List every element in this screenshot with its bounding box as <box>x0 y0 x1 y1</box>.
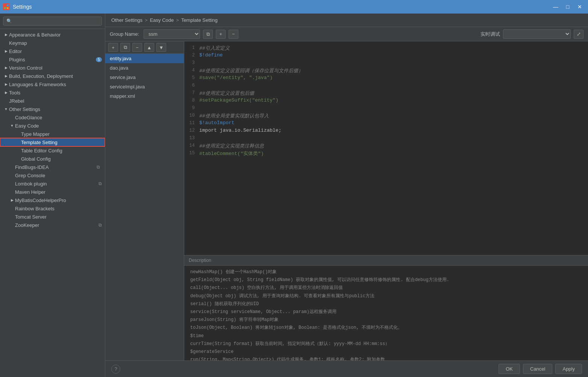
file-item-mapper[interactable]: mapper.xml <box>105 91 184 101</box>
sidebar-item-keymap[interactable]: Keymap <box>0 39 105 47</box>
file-item-service[interactable]: service.java <box>105 73 184 82</box>
file-item-dao[interactable]: dao.java <box>105 63 184 73</box>
sidebar-item-plugins[interactable]: Plugins 5 <box>0 55 105 64</box>
sidebar-item-global-config[interactable]: Global Config <box>0 155 105 163</box>
sidebar-item-type-mapper[interactable]: Type Mapper <box>0 130 105 138</box>
sidebar-item-version-control[interactable]: ▶ Version Control <box>0 64 105 72</box>
sidebar-item-label: Languages & Frameworks <box>9 82 66 87</box>
spacer-icon <box>9 205 15 211</box>
sidebar-tree: ▶ Appearance & Behavior Keymap ▶ Editor … <box>0 29 105 377</box>
sidebar-item-label: Maven Helper <box>15 189 45 195</box>
maximize-button[interactable]: □ <box>562 2 573 12</box>
ok-button[interactable]: OK <box>499 364 520 374</box>
sidebar-item-grep-console[interactable]: Grep Console <box>0 171 105 179</box>
help-button[interactable]: ? <box>111 365 120 374</box>
move-file-up-button[interactable]: ▲ <box>144 43 154 52</box>
description-line: getField(Object obj, String fieldName) 获… <box>190 277 582 284</box>
sidebar-item-label: Lombok plugin <box>15 181 47 187</box>
line-number: 10 <box>184 112 199 118</box>
file-toolbar: + ⧉ − ▲ ▼ <box>105 41 184 54</box>
sidebar-item-codeglance[interactable]: CodeGlance <box>0 113 105 122</box>
line-number: 4 <box>184 67 199 73</box>
close-button[interactable]: ✕ <box>574 2 585 12</box>
svg-rect-3 <box>7 7 9 9</box>
search-bar <box>0 14 105 29</box>
sidebar-item-tools[interactable]: ▶ Tools <box>0 88 105 97</box>
description-line: $time <box>190 333 582 340</box>
realtime-expand-button[interactable]: ⤢ <box>574 30 583 39</box>
apply-button[interactable]: Apply <box>555 364 582 374</box>
sidebar-item-editor[interactable]: ▶ Editor <box>0 47 105 55</box>
top-toolbar: Group Name: ssm default ⧉ + − 实时调试 ⤢ <box>105 27 588 41</box>
sidebar-item-label: MyBatisCodeHelperPro <box>15 198 66 203</box>
sidebar-item-easy-code[interactable]: ▼ Easy Code <box>0 122 105 130</box>
expand-icon: ▶ <box>3 32 9 38</box>
expand-icon: ▶ <box>9 197 15 203</box>
description-line: run(String, Map<String,Object>) 代码生成服务, … <box>190 356 582 360</box>
sidebar-item-label: ZooKeeper <box>15 222 39 228</box>
lombok-copy-icon: ⧉ <box>99 181 102 186</box>
sidebar-item-table-editor[interactable]: Table Editor Config <box>0 146 105 155</box>
sidebar-item-label: Easy Code <box>15 123 39 129</box>
sidebar-item-maven-helper[interactable]: Maven Helper <box>0 188 105 196</box>
svg-rect-1 <box>7 5 9 6</box>
sidebar-item-label: Grep Console <box>15 173 45 178</box>
sidebar-item-label: Tomcat Server <box>15 214 47 220</box>
cancel-button[interactable]: Cancel <box>523 364 552 374</box>
code-line: 10##使用全局变量实现默认包导入 <box>184 112 588 120</box>
line-content: #tableComment("实体类") <box>199 150 588 157</box>
search-input[interactable] <box>3 17 102 26</box>
sidebar-item-build[interactable]: ▶ Build, Execution, Deployment <box>0 72 105 80</box>
spacer-icon <box>9 222 15 228</box>
remove-file-button[interactable]: − <box>132 43 142 52</box>
sidebar-item-lombok[interactable]: Lombok plugin ⧉ <box>0 179 105 188</box>
line-number: 5 <box>184 75 199 81</box>
sidebar-item-rainbow[interactable]: Rainbow Brackets <box>0 204 105 213</box>
description-line: newHashMap() 创建一个HashMap()对象 <box>190 269 582 276</box>
file-item-entity[interactable]: entity.java <box>105 54 184 63</box>
group-name-select[interactable]: ssm default <box>144 29 200 39</box>
code-line: 2$!define <box>184 52 588 59</box>
sidebar-item-appearance[interactable]: ▶ Appearance & Behavior <box>0 30 105 39</box>
line-number: 12 <box>184 128 199 133</box>
sidebar-item-label: Version Control <box>9 65 42 71</box>
description-line: $generateService <box>190 348 582 356</box>
sidebar-item-template-setting[interactable]: Template Setting <box>0 138 105 146</box>
add-file-button[interactable]: + <box>108 43 118 52</box>
line-content: ##使用全局变量实现默认包导入 <box>199 112 588 119</box>
line-number: 14 <box>184 143 199 148</box>
code-line: 14##使用宏定义实现类注释信息 <box>184 142 588 150</box>
sidebar-item-other-settings[interactable]: ▼ Other Settings <box>0 105 105 113</box>
remove-group-button[interactable]: − <box>229 30 238 39</box>
line-content: #save("/entity", ".java") <box>199 75 588 81</box>
sidebar-item-mybatis[interactable]: ▶ MyBatisCodeHelperPro <box>0 196 105 204</box>
sidebar-item-zookeeper[interactable]: ZooKeeper ⧉ <box>0 221 105 229</box>
sidebar: ▶ Appearance & Behavior Keymap ▶ Editor … <box>0 14 105 377</box>
description-line: serial() 随机获取序列化的UID <box>190 301 582 308</box>
sidebar-item-findbugs[interactable]: FindBugs-IDEA ⧉ <box>0 163 105 171</box>
line-content: #setPackageSuffix("entity") <box>199 97 588 103</box>
sidebar-item-tomcat[interactable]: Tomcat Server <box>0 213 105 221</box>
realtime-select[interactable] <box>503 29 571 39</box>
add-group-button[interactable]: + <box>216 30 226 39</box>
expand-icon: ▼ <box>3 106 9 112</box>
expand-icon: ▶ <box>3 73 9 79</box>
sidebar-item-languages[interactable]: ▶ Languages & Frameworks <box>0 80 105 88</box>
right-panel: Other Settings > Easy Code > Template Se… <box>105 14 588 377</box>
move-file-down-button[interactable]: ▼ <box>156 43 166 52</box>
copy-file-button[interactable]: ⧉ <box>120 43 130 52</box>
sidebar-item-label: JRebel <box>9 98 24 104</box>
sidebar-item-jrebel[interactable]: JRebel <box>0 97 105 105</box>
dialog-buttons: ? OK Cancel Apply <box>105 360 588 377</box>
expand-icon: ▼ <box>9 123 15 129</box>
sidebar-item-label: Build, Execution, Deployment <box>9 73 73 79</box>
line-number: 3 <box>184 60 199 65</box>
copy-group-button[interactable]: ⧉ <box>203 30 213 39</box>
code-editor[interactable]: 1##引入宏定义2$!define34##使用宏定义设置回调（保存位置与文件后缀… <box>184 41 588 255</box>
sidebar-item-label: Type Mapper <box>21 131 50 137</box>
spacer-icon <box>9 189 15 195</box>
file-item-serviceimpl[interactable]: serviceImpl.java <box>105 82 184 91</box>
line-number: 13 <box>184 135 199 141</box>
breadcrumb: Other Settings > Easy Code > Template Se… <box>105 14 588 27</box>
minimize-button[interactable]: — <box>550 2 561 12</box>
